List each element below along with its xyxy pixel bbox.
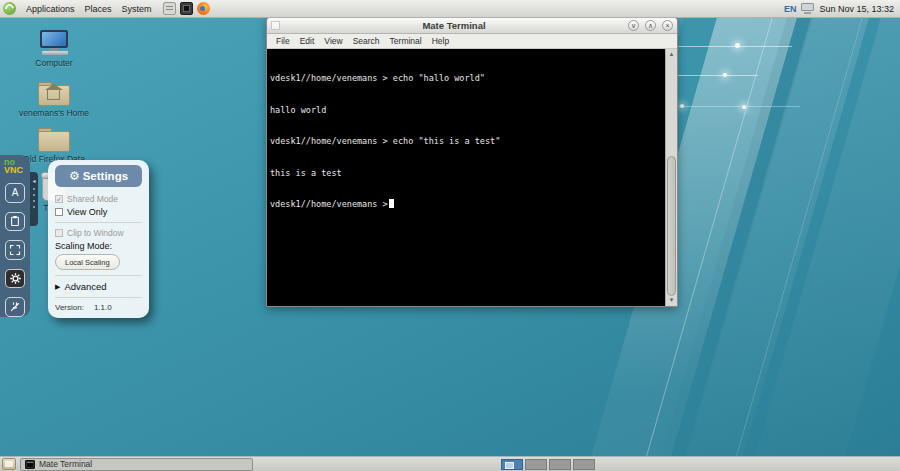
terminal-launcher-icon[interactable] (180, 2, 193, 15)
expand-arrow-icon: ▶ (55, 283, 60, 291)
wallpaper-dot (723, 73, 727, 77)
terminal-output[interactable]: vdesk1//home/venemans > echo "hallo worl… (267, 49, 665, 306)
novnc-logo-vnc: VNC (4, 166, 26, 174)
menu-terminal[interactable]: Terminal (385, 36, 427, 46)
settings-title: Settings (83, 170, 128, 182)
panel-launchers (163, 2, 210, 15)
check-icon: ✓ (56, 196, 62, 203)
close-button[interactable]: × (662, 20, 673, 31)
terminal-prompt-line: vdesk1//home/venemans > (270, 199, 665, 210)
novnc-settings-panel: ⚙ Settings ✓ Shared Mode View Only Clip … (48, 160, 149, 318)
workspace-3[interactable] (549, 459, 571, 470)
workspace-1[interactable] (501, 459, 523, 470)
terminal-line: hallo world (270, 105, 665, 116)
workspace-2[interactable] (525, 459, 547, 470)
desktop-icon-home[interactable]: venemans's Home (18, 82, 90, 118)
bottom-panel: Mate Terminal (0, 456, 900, 471)
firefox-launcher-icon[interactable] (197, 2, 210, 15)
scaling-mode-label: Scaling Mode: (55, 241, 142, 251)
divider (55, 222, 142, 223)
terminal-menubar: File Edit View Search Terminal Help (267, 34, 677, 49)
top-panel: Applications Places System EN Sun Nov 15… (0, 0, 900, 18)
workspace-4[interactable] (573, 459, 595, 470)
novnc-logo: no VNC (4, 158, 26, 174)
novnc-bar-handle[interactable]: ◂ (30, 172, 38, 226)
advanced-label: Advanced (64, 281, 106, 292)
scaling-mode-select[interactable]: Local Scaling (55, 254, 120, 270)
terminal-window: Mate Terminal ∨ ∧ × File Edit View Searc… (266, 17, 678, 307)
fullscreen-button[interactable] (5, 240, 25, 260)
clipboard-button[interactable] (5, 212, 25, 232)
wallpaper-line (672, 46, 792, 47)
terminal-task-icon (25, 460, 35, 469)
gear-icon (9, 272, 22, 285)
menu-view[interactable]: View (319, 36, 347, 46)
taskbar-window-label: Mate Terminal (39, 459, 92, 469)
window-title: Mate Terminal (280, 20, 628, 31)
terminal-line: vdesk1//home/venemans > echo "this is a … (270, 136, 665, 147)
desktop-icon-label: Computer (35, 58, 72, 68)
extra-keys-button[interactable]: A (5, 183, 25, 203)
divider (55, 275, 142, 276)
wallpaper-dot (742, 105, 746, 109)
show-desktop-button[interactable] (2, 458, 16, 470)
menu-system[interactable]: System (117, 2, 157, 16)
minimize-button[interactable]: ∨ (628, 20, 639, 31)
app-launcher-icon[interactable] (163, 2, 176, 15)
version-value: 1.1.0 (94, 303, 112, 312)
advanced-toggle[interactable]: ▶ Advanced (55, 281, 142, 292)
wallpaper-dot (735, 43, 740, 48)
terminal-line: vdesk1//home/venemans > (270, 199, 388, 209)
keyboard-a-icon: A (12, 187, 19, 198)
disconnect-icon (9, 301, 21, 313)
version-label: Version: (55, 303, 84, 312)
disconnect-button[interactable] (5, 297, 25, 317)
wallpaper-line (672, 106, 800, 107)
gear-icon: ⚙ (69, 169, 80, 183)
clip-to-window-checkbox[interactable] (55, 229, 63, 237)
shared-mode-checkbox[interactable]: ✓ (55, 195, 63, 203)
view-only-checkbox[interactable] (55, 208, 63, 216)
shared-mode-label: Shared Mode (67, 194, 118, 204)
menu-places[interactable]: Places (80, 2, 117, 16)
menu-help[interactable]: Help (427, 36, 454, 46)
workspace-switcher (501, 459, 595, 470)
menu-applications[interactable]: Applications (21, 2, 80, 16)
wallpaper-line (672, 75, 758, 76)
clip-to-window-label: Clip to Window (67, 228, 124, 238)
taskbar-window-button[interactable]: Mate Terminal (20, 458, 253, 471)
novnc-control-bar: no VNC A (0, 155, 30, 317)
view-only-row: View Only (55, 207, 142, 217)
computer-icon (38, 30, 70, 56)
shared-mode-row: ✓ Shared Mode (55, 194, 142, 204)
collapse-arrow-icon: ◂ (32, 178, 35, 184)
maximize-button[interactable]: ∧ (645, 20, 656, 31)
keyboard-layout-indicator[interactable]: EN (784, 4, 797, 14)
panel-tray: EN Sun Nov 15, 13:32 (784, 3, 900, 14)
wallpaper-dot (680, 104, 684, 108)
scroll-down-icon[interactable]: ▼ (666, 295, 677, 306)
version-row: Version: 1.1.0 (55, 303, 142, 312)
terminal-cursor (389, 199, 394, 208)
divider (55, 297, 142, 298)
terminal-scrollbar[interactable]: ▲ ▼ (665, 49, 677, 306)
mate-menu-icon[interactable] (3, 2, 16, 15)
view-only-label: View Only (67, 207, 107, 217)
fullscreen-icon (9, 244, 21, 256)
clock[interactable]: Sun Nov 15, 13:32 (819, 4, 894, 14)
terminal-titlebar[interactable]: Mate Terminal ∨ ∧ × (267, 18, 677, 34)
display-tray-icon[interactable] (801, 3, 814, 14)
scrollbar-thumb[interactable] (667, 156, 676, 296)
terminal-line: vdesk1//home/venemans > echo "hallo worl… (270, 73, 665, 84)
folder-icon (38, 128, 70, 152)
menu-search[interactable]: Search (348, 36, 385, 46)
home-folder-icon (38, 82, 70, 106)
settings-button[interactable] (5, 269, 25, 289)
window-icon (271, 21, 280, 30)
menu-edit[interactable]: Edit (295, 36, 320, 46)
menu-file[interactable]: File (271, 36, 295, 46)
screen: Computer venemans's Home Old Firefox Dat… (0, 0, 900, 471)
clipboard-icon (9, 215, 21, 227)
desktop-icon-computer[interactable]: Computer (18, 30, 90, 68)
scroll-up-icon[interactable]: ▲ (666, 49, 677, 60)
